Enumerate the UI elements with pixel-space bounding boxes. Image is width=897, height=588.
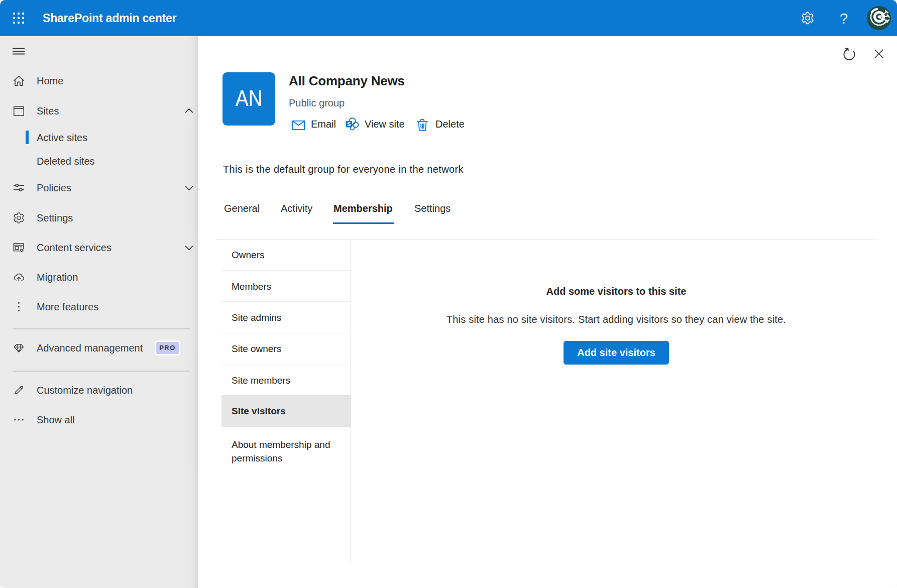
svg-text:S: S: [347, 121, 351, 127]
